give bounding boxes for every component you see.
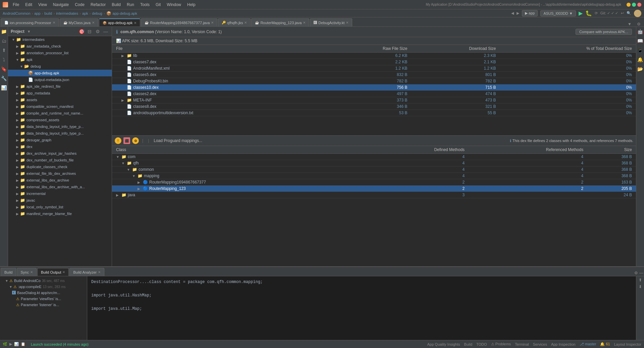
problems-btn[interactable]: ⚠ Problems <box>491 342 511 346</box>
layout-inspector[interactable]: Layout Inspector <box>614 342 641 346</box>
terminal-btn[interactable]: Terminal <box>515 342 529 346</box>
undo-button[interactable]: ↩ <box>621 11 624 15</box>
tab-jks[interactable]: 🔑 qfhqfh.jks ✕ <box>218 18 251 26</box>
profiler-status-icon[interactable]: 📊 <box>14 342 19 346</box>
build-item-compile[interactable]: ▼ ⚠ :app:compileE 13 sec, 283 ms <box>0 284 87 290</box>
breadcrumb-app[interactable]: app <box>34 11 40 15</box>
file-explorer-icon[interactable]: 📂 <box>637 66 644 72</box>
expand-arrow[interactable]: ▶ <box>121 54 125 58</box>
menu-navigate[interactable]: Navigate <box>50 2 71 8</box>
breadcrumb-build[interactable]: build <box>44 11 52 15</box>
class-table-row[interactable]: ▼ 📁 qfh 4 4 368 B <box>112 160 636 166</box>
scroll-to-top-btn[interactable]: ⬆ <box>639 278 642 282</box>
minimize-button[interactable] <box>627 3 631 7</box>
class-table-row[interactable]: ▼ 📁 com 4 4 368 B <box>112 154 636 160</box>
tree-dex-number-buckets[interactable]: ▶ 📁 dex_number_of_buckets_file <box>8 157 112 163</box>
file-table-row[interactable]: ▶ 📁 META-INF 373 B 473 B 0% <box>112 97 636 103</box>
tab-app-debug-apk[interactable]: 📦 app-debug.apk ✕ <box>99 18 140 26</box>
menu-code[interactable]: Code <box>72 2 87 8</box>
build-item-androidco[interactable]: ▼ ⚠ Build AndroidCo 36 sec, 487 ms <box>0 278 87 284</box>
proguard-stop-btn[interactable]: ⬛ <box>123 137 130 144</box>
project-icon[interactable]: 🗂 <box>1 38 7 44</box>
proguard-warning-btn[interactable]: ! <box>115 137 121 144</box>
run-button[interactable]: ▶ <box>579 10 583 16</box>
menu-run[interactable]: Run <box>124 2 137 8</box>
tree-local-only[interactable]: ▶ 📁 local_only_symbol_list <box>8 204 112 210</box>
tree-data-binding-2[interactable]: ▶ 📁 data_binding_layout_info_type_p... <box>8 130 112 137</box>
scroll-to-bottom-btn[interactable]: ⬇ <box>639 284 642 289</box>
file-table-row[interactable]: 📄 classes8.dex 346 B 321 B 0% <box>112 103 636 110</box>
tree-javac[interactable]: ▶ 📁 javac <box>8 197 112 204</box>
debug-button[interactable]: 🐛 <box>585 10 592 16</box>
expand-arrow-class[interactable]: ▶ <box>138 181 142 184</box>
tree-app-metadata[interactable]: ▶ 📁 app_metadata <box>8 90 112 96</box>
panel-close-btn[interactable]: — <box>102 28 109 35</box>
tree-incremental[interactable]: ▶ 📁 incremental <box>8 190 112 197</box>
tree-assets[interactable]: ▶ 📁 assets <box>8 96 112 103</box>
file-table-row[interactable]: 📄 AndroidManifest.xml 1.2 KB 1.2 KB 0% <box>112 65 636 72</box>
compare-apk-button[interactable]: Compare with previous APK... <box>576 29 632 35</box>
tab-close-routermapping[interactable]: ✕ <box>211 21 214 24</box>
tree-data-binding-1[interactable]: ▶ 📁 data_binding_layout_info_type_p... <box>8 123 112 130</box>
expand-arrow[interactable]: ▶ <box>121 98 125 102</box>
more-tabs[interactable]: ▼ <box>625 22 634 26</box>
menu-edit[interactable]: Edit <box>22 2 35 8</box>
tab-routermapping-123[interactable]: ☕ RouterMapping_123.java ✕ <box>251 18 309 26</box>
tree-compile-runtime[interactable]: ▶ 📁 compile_and_runtime_not_name... <box>8 110 112 117</box>
pull-requests-icon[interactable]: ⤵ <box>1 56 7 63</box>
class-table-row[interactable]: ▶ 🔵 RouterMapping_123 2 2 205 B <box>112 186 636 192</box>
tree-desugar-graph[interactable]: ▶ 📁 desugar_graph <box>8 137 112 143</box>
menu-file[interactable]: File <box>10 2 22 8</box>
breadcrumb-intermediates[interactable]: intermediates <box>56 11 78 15</box>
menu-window[interactable]: Window <box>164 2 184 8</box>
tree-compressed-assets[interactable]: ▶ 📁 compressed_assets <box>8 117 112 123</box>
structure-icon[interactable]: 📊 <box>1 84 7 91</box>
expand-arrow-class[interactable]: ▼ <box>127 168 131 171</box>
app-inspection-btn[interactable]: App Inspection <box>551 342 576 346</box>
tab-routermapping[interactable]: ☕ RouterMapping1694867667377.java ✕ <box>141 18 217 26</box>
tree-apk[interactable]: ▼ 📁 apk <box>8 56 112 63</box>
tab-close-myclass[interactable]: ✕ <box>92 21 95 24</box>
close-build-output-tab[interactable]: ✕ <box>62 270 65 274</box>
menu-tools[interactable]: Tools <box>138 2 152 8</box>
menu-help[interactable]: Help <box>184 2 198 8</box>
resource-manager-icon[interactable]: 📁 <box>1 28 7 35</box>
tree-external-libs-with[interactable]: ▶ 📁 external_libs_dex_archive_with_a... <box>8 184 112 190</box>
bookmarks-icon[interactable]: 🔖 <box>1 66 7 72</box>
tree-app-debug-apk[interactable]: 📦 app-debug.apk <box>8 70 112 76</box>
device-selector[interactable]: ASUS_I003DD ▼ <box>540 10 576 16</box>
logcat-status-icon[interactable]: 📋 <box>21 342 25 346</box>
notifications-icon[interactable]: 🔔 <box>637 56 644 63</box>
file-table-row[interactable]: 📄 classes10.dex 756 B 715 B 0% <box>112 84 636 91</box>
close-sync-tab[interactable]: ✕ <box>30 270 33 274</box>
file-table-row[interactable]: 📄 DebugProbesKt.bin 782 B 782 B 0% <box>112 78 636 84</box>
tree-external-libs-archive[interactable]: ▶ 📁 external_libs_dex_archive <box>8 177 112 184</box>
tree-annotation[interactable]: ▶ 📁 annotation_processor_list <box>8 50 112 56</box>
class-table-row[interactable]: ▶ 📁 java 3 24 B <box>112 192 636 198</box>
tree-dex-archive[interactable]: ▶ 📁 dex_archive_input_jar_hashes <box>8 150 112 157</box>
build-item-basedialog[interactable]: 🅺 BaseDialog.kt app/src/m... <box>0 290 87 296</box>
tab-close-processor[interactable]: ✕ <box>53 21 55 24</box>
tab-settings[interactable]: ⚙ <box>634 22 643 26</box>
breadcrumb-debug[interactable]: debug <box>92 11 102 15</box>
menu-refactor[interactable]: Refactor <box>88 2 108 8</box>
close-button[interactable] <box>637 3 641 7</box>
locate-file-btn[interactable]: 🎯 <box>78 28 85 35</box>
class-table-row[interactable]: ▼ 📁 common 4 4 368 B <box>112 166 636 173</box>
commit-icon[interactable]: ⬆ <box>1 47 7 54</box>
tree-apk-ide-redirect[interactable]: ▶ 📁 apk_ide_redirect_file <box>8 83 112 90</box>
tree-duplicate-classes[interactable]: ▶ 📁 duplicate_classes_check <box>8 163 112 170</box>
git-branch[interactable]: ⎇ master <box>580 342 596 346</box>
sync-button[interactable]: ⟳ <box>595 11 598 15</box>
breadcrumb-apk-file[interactable]: 📦 app-debug.apk <box>106 11 137 16</box>
class-table-row[interactable]: ▶ 🔵 RouterMapping1694867667377 2 2 163 B <box>112 179 636 186</box>
expand-arrow-class[interactable]: ▶ <box>116 193 120 197</box>
bottom-settings-btn[interactable]: ⚙ <box>634 271 638 275</box>
tree-external-file-lib[interactable]: ▶ 📁 external_file_lib_dex_archives <box>8 170 112 177</box>
expand-arrow-class[interactable]: ▶ <box>138 187 142 191</box>
menu-view[interactable]: View <box>36 2 50 8</box>
file-table-row[interactable]: 📄 androidsupportmultidexversion.txt 53 B… <box>112 110 636 116</box>
search-button[interactable]: 🔍 <box>627 11 631 15</box>
device-manager-icon[interactable]: 📱 <box>637 47 644 54</box>
run-status-icon[interactable]: ▶ <box>9 342 12 346</box>
